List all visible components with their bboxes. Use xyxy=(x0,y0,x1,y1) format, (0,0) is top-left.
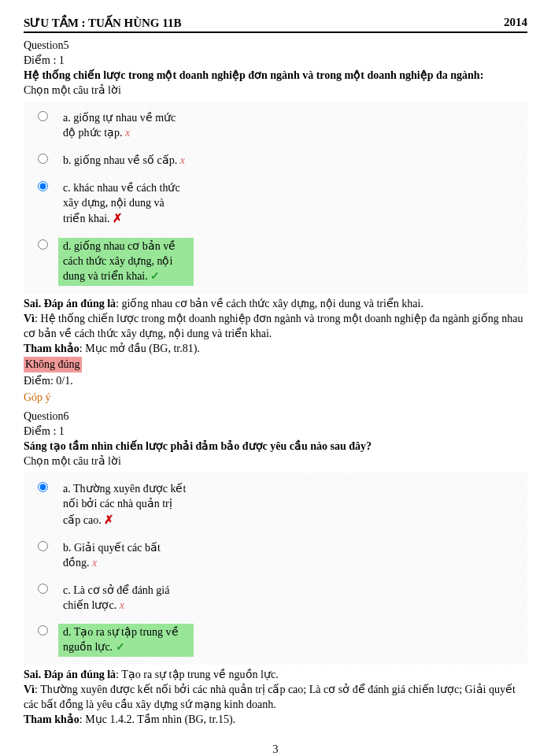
question-6: Question6 Điểm : 1 Sáng tạo tầm nhìn chi… xyxy=(24,410,527,728)
option-radio[interactable] xyxy=(38,181,48,191)
option-text: d. giống nhau cơ bản về cách thức xây dự… xyxy=(58,238,194,286)
option-radio[interactable] xyxy=(38,541,48,551)
hint-link[interactable]: Góp ý xyxy=(24,391,527,406)
question-title: Question5 xyxy=(24,39,527,52)
cross-icon: x xyxy=(125,127,130,139)
feedback-block: Sai. Đáp án đúng là: Tạo ra sự tập trung… xyxy=(24,668,527,728)
option-radio[interactable] xyxy=(38,625,48,636)
ref-label: Tham khảo xyxy=(24,343,80,354)
option-text: a. Thường xuyên được kết nối bởi các nhà… xyxy=(58,480,194,530)
option-row: b. Giải quyết các bất đồng. x xyxy=(24,535,527,577)
option-text: a. giống tự nhau về mức độ phức tạp. x xyxy=(58,109,194,143)
question-title: Question6 xyxy=(24,410,527,423)
option-text: c. Là cơ sở để đánh giá chiến lược. x xyxy=(58,582,194,615)
question-text: Sáng tạo tầm nhìn chiến lược phải đảm bả… xyxy=(24,439,527,453)
feedback-block: Sai. Đáp án đúng là: giống nhau cơ bản v… xyxy=(24,297,527,406)
option-row: c. Là cơ sở để đánh giá chiến lược. x xyxy=(24,577,527,620)
option-row: b. giống nhau về số cấp. x xyxy=(24,147,527,175)
page-header: SƯU TẦM : TUẤN HÙNG 11B 2014 xyxy=(24,16,527,33)
option-row: d. Tạo ra sự tập trung về nguồn lực. ✓ xyxy=(24,619,527,662)
option-radio[interactable] xyxy=(38,584,48,594)
option-row: a. giống tự nhau về mức độ phức tạp. x xyxy=(24,105,527,147)
question-text: Hệ thống chiến lược trong một doanh nghi… xyxy=(24,69,527,82)
question-5: Question5 Điểm : 1 Hệ thống chiến lược t… xyxy=(24,39,527,406)
incorrect-badge: Không đúng xyxy=(24,357,82,373)
vi-label: Vì xyxy=(24,684,35,695)
cross-icon: ✗ xyxy=(113,212,123,224)
vi-text: : Hệ thống chiến lược trong một doanh ng… xyxy=(24,313,523,339)
cross-icon: x xyxy=(120,599,124,611)
option-row: a. Thường xuyên được kết nối bởi các nhà… xyxy=(24,476,527,535)
sai-label: Sai. Đáp án đúng là xyxy=(24,298,116,309)
sai-label: Sai. Đáp án đúng là xyxy=(24,669,116,680)
ref-text: : Mục 1.4.2. Tầm nhìn (BG, tr.15). xyxy=(80,713,235,725)
choose-label: Chọn một câu trả lời xyxy=(24,83,527,97)
option-text: b. giống nhau về số cấp. x xyxy=(58,152,194,170)
option-text: c. khác nhau về cách thức xây dựng, nội … xyxy=(58,180,194,229)
option-text: b. Giải quyết các bất đồng. x xyxy=(58,539,194,573)
options-list: a. Thường xuyên được kết nối bởi các nhà… xyxy=(24,472,527,665)
option-row: d. giống nhau cơ bản về cách thức xây dự… xyxy=(24,233,527,291)
vi-label: Vì xyxy=(24,313,35,324)
check-icon: ✓ xyxy=(150,270,160,282)
option-radio[interactable] xyxy=(38,111,48,121)
question-points: Điểm : 1 xyxy=(24,54,527,67)
option-radio[interactable] xyxy=(38,239,48,250)
score-line: Điểm: 0/1. xyxy=(24,374,527,389)
options-list: a. giống tự nhau về mức độ phức tạp. xb.… xyxy=(24,102,527,294)
sai-text: : giống nhau cơ bản về cách thức xây dựn… xyxy=(116,298,423,309)
choose-label: Chọn một câu trả lời xyxy=(24,454,527,468)
option-row: c. khác nhau về cách thức xây dựng, nội … xyxy=(24,175,527,234)
vi-text: : Thường xuyên được kết nối bởi các nhà … xyxy=(24,684,516,710)
header-left: SƯU TẦM : TUẤN HÙNG 11B xyxy=(24,16,181,30)
header-right: 2014 xyxy=(504,16,527,30)
cross-icon: x xyxy=(92,557,97,569)
option-text: d. Tạo ra sự tập trung về nguồn lực. ✓ xyxy=(58,624,194,657)
ref-label: Tham khảo xyxy=(24,713,80,725)
check-icon: ✓ xyxy=(116,641,125,653)
option-radio[interactable] xyxy=(38,482,48,492)
question-points: Điểm : 1 xyxy=(24,424,527,438)
option-radio[interactable] xyxy=(38,154,48,164)
cross-icon: ✗ xyxy=(104,513,114,526)
sai-text: : Tạo ra sự tập trung về nguồn lực. xyxy=(116,669,279,680)
ref-text: : Mục mở đầu (BG, tr.81). xyxy=(80,343,200,354)
page-number: 3 xyxy=(24,743,527,756)
cross-icon: x xyxy=(180,154,185,166)
